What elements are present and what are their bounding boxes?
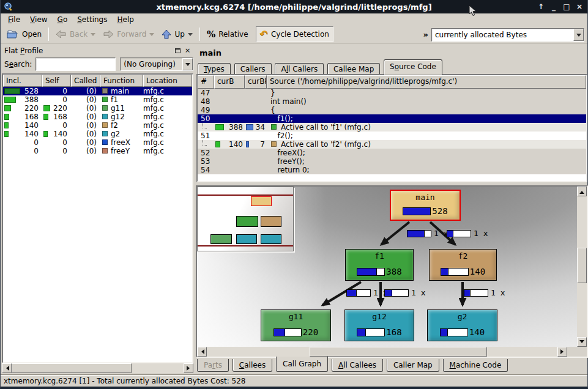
tab-machine-code[interactable]: Machine Code (443, 359, 508, 372)
table-row-freeY[interactable]: 0 0 (0) freeY mfg.c (3, 147, 192, 155)
close-icon: × (185, 46, 190, 54)
menu-help[interactable]: Help (112, 14, 138, 25)
scroll-thumb[interactable] (12, 363, 132, 373)
table-row-f2[interactable]: 140 0 (0) f2 mfg.c (3, 121, 192, 130)
triangle-right-icon (187, 366, 192, 371)
source-line-53[interactable]: 53 freeY(); (198, 157, 586, 166)
table-row-g2[interactable]: 140 140 (0) g2 mfg.c (3, 130, 192, 138)
source-line-49[interactable]: 49{ (198, 106, 586, 114)
flat-profile-dock-header[interactable]: Flat Profile × (2, 45, 193, 56)
source-line-51[interactable]: 51 f2(); (198, 132, 586, 140)
menu-file[interactable]: File (3, 14, 25, 25)
menu-view[interactable]: View (25, 14, 52, 25)
forward-dropdown-icon[interactable] (149, 33, 154, 39)
column-header-curBk[interactable]: curBk (245, 75, 267, 89)
up-dropdown-icon[interactable] (188, 33, 193, 39)
forward-button[interactable]: Forward (99, 26, 158, 42)
tab-callee-map[interactable]: Callee Map (327, 63, 380, 75)
source-call-f1[interactable]: 388 34 Active call to 'f1' (mfg.c) (198, 123, 586, 132)
close-button[interactable]: × (575, 2, 584, 11)
table-row-freeX[interactable]: 0 0 (0) freeX mfg.c (3, 138, 192, 147)
graph-overview-map[interactable] (197, 187, 294, 251)
scroll-left-button[interactable] (2, 363, 12, 373)
column-header-incl[interactable]: Incl. (3, 75, 42, 87)
menu-bar: File View Go Settings Help (1, 13, 587, 26)
open-button[interactable]: Open (3, 26, 45, 42)
overview-node-f2 (261, 216, 281, 227)
source-line-52[interactable]: 52 freeX(); (198, 149, 586, 157)
tab-parts[interactable]: Parts (197, 359, 229, 372)
column-header-source[interactable]: Source ('/home/philippe/valgrind/littlep… (267, 75, 586, 89)
graph-node-f2[interactable]: f2 140 (429, 249, 497, 281)
graph-node-g11[interactable]: g11 220 (261, 309, 331, 341)
column-header-called[interactable]: Called (71, 75, 100, 87)
graph-vscrollbar[interactable] (577, 187, 587, 347)
tab-all-callees[interactable]: All Callees (332, 359, 383, 372)
incl-cost-bar (4, 122, 9, 128)
graph-node-g2[interactable]: g2 140 (427, 309, 497, 341)
search-input[interactable] (35, 57, 116, 71)
table-row-main[interactable]: 528 0 (0) main mfg.c (3, 87, 192, 95)
tab-caller-map[interactable]: Caller Map (387, 359, 439, 372)
flat-profile-hscrollbar[interactable] (2, 363, 193, 373)
toolbar-overflow-chevron[interactable]: » (423, 30, 428, 39)
back-dropdown-icon[interactable] (91, 33, 95, 39)
flat-profile-table: Incl. Self Called Function Location 528 … (2, 73, 193, 363)
menu-settings[interactable]: Settings (72, 14, 112, 25)
metric-select[interactable]: currently allocated Bytes (431, 28, 584, 42)
metric-select-arrow[interactable] (573, 29, 584, 41)
scroll-right-button[interactable] (184, 363, 193, 373)
overview-node-main (251, 196, 272, 206)
scroll-left-button[interactable] (197, 347, 207, 357)
relative-button[interactable]: % Relative (203, 26, 252, 42)
menu-go[interactable]: Go (53, 14, 73, 25)
title-bar[interactable]: xtmemory.kcg.6274 [/home/philippe/valgri… (1, 0, 587, 13)
column-header-curB[interactable]: curB (214, 75, 245, 89)
grouping-select-arrow[interactable] (182, 58, 193, 70)
back-button[interactable]: Back (52, 26, 99, 42)
scroll-thumb[interactable] (310, 347, 487, 357)
column-header-line[interactable]: # (198, 75, 214, 89)
tab-callers[interactable]: Callers (234, 63, 272, 75)
scroll-right-button[interactable] (557, 347, 567, 357)
source-line-48[interactable]: 48int main() (198, 97, 586, 106)
dock-float-button[interactable] (174, 46, 182, 54)
source-line-54[interactable]: 54 return 0; (198, 166, 586, 174)
graph-hscrollbar[interactable] (197, 347, 567, 357)
tab-source-code[interactable]: Source Code (384, 59, 442, 75)
column-header-function[interactable]: Function (100, 75, 143, 87)
tab-types[interactable]: Types (198, 63, 231, 75)
tab-all-callers[interactable]: All Callers (275, 63, 324, 75)
mouse-cursor (469, 5, 477, 17)
triangle-up-icon (579, 188, 584, 194)
function-title: main (199, 48, 221, 57)
shade-button[interactable]: ↑ (537, 2, 545, 11)
source-line-50-selected[interactable]: 50 f1(); (198, 114, 586, 123)
cost-bar (440, 328, 468, 336)
up-button[interactable]: Up (158, 26, 196, 42)
tab-callees[interactable]: Callees (233, 359, 272, 372)
triangle-left-icon (4, 366, 9, 371)
grouping-select[interactable]: (No Grouping) (120, 57, 193, 71)
scroll-thumb[interactable] (577, 248, 587, 283)
tab-call-graph[interactable]: Call Graph (276, 357, 328, 372)
source-call-f2[interactable]: 140 7 Active call to 'f2' (mfg.c) (198, 140, 586, 149)
maximize-button[interactable]: □ (562, 2, 571, 11)
self-cost-bar (43, 114, 48, 120)
scroll-down-button[interactable] (577, 337, 587, 347)
table-row-f1[interactable]: 388 0 (0) f1 mfg.c (3, 95, 192, 104)
column-header-location[interactable]: Location (143, 75, 192, 87)
minimize-button[interactable]: _ (549, 2, 558, 11)
source-header: # curB curBk Source ('/home/philippe/val… (198, 75, 586, 89)
scroll-up-button[interactable] (577, 187, 587, 196)
cycle-detection-button[interactable]: ↶ Cycle Detection (256, 26, 333, 42)
table-row-g12[interactable]: 168 168 (0) g12 mfg.c (3, 113, 192, 121)
table-row-g11[interactable]: 220 220 (0) g11 mfg.c (3, 104, 192, 113)
graph-node-f1[interactable]: f1 388 (345, 249, 414, 281)
graph-node-g12[interactable]: g12 168 (344, 309, 414, 341)
dock-close-button[interactable]: × (184, 46, 192, 54)
call-graph-canvas[interactable]: main 528 f1 388 f2 140 g11 220 g12 168 g… (197, 187, 577, 347)
graph-node-main[interactable]: main 528 (390, 190, 461, 221)
source-line-47[interactable]: 47} (198, 89, 586, 97)
column-header-self[interactable]: Self (42, 75, 71, 87)
